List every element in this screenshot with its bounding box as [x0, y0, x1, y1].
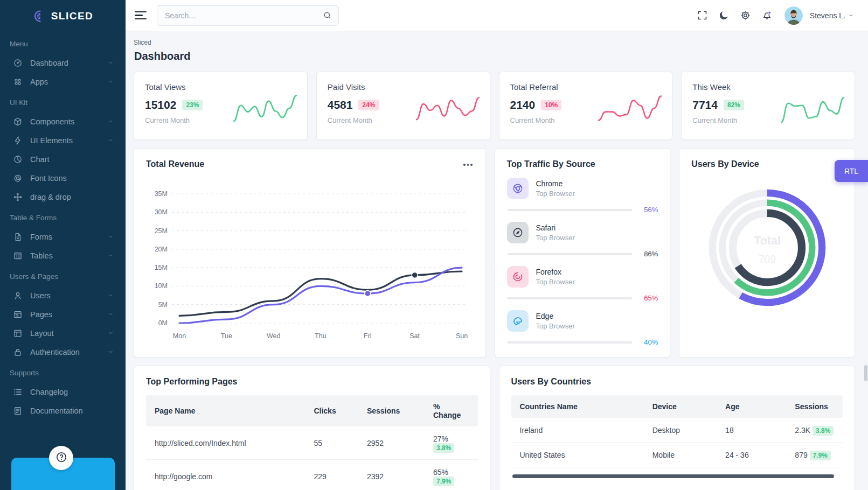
sidebar-section-supports: Supports — [0, 361, 126, 382]
traffic-source-name: Edge — [536, 312, 575, 320]
stat-sparkline-chart — [598, 86, 663, 129]
sidebar-item-users[interactable]: Users — [0, 286, 126, 305]
chevron-down-icon — [108, 349, 114, 355]
svg-text:Sat: Sat — [409, 332, 420, 340]
data-table: Page NameClicksSessions% Changehttp://sl… — [146, 395, 478, 490]
svg-text:20M: 20M — [155, 245, 168, 253]
svg-text:10M: 10M — [155, 282, 168, 290]
chevron-down-icon — [108, 253, 114, 258]
sidebar-item-forms[interactable]: Forms — [0, 227, 126, 246]
table-cell: 2.3K 3.8% — [786, 418, 843, 443]
sidebar-item-drag-drop[interactable]: drag & drop — [0, 187, 126, 206]
stat-change-badge: 10% — [541, 100, 561, 110]
rtl-toggle-button[interactable]: RTL — [835, 160, 868, 182]
user-avatar[interactable] — [784, 6, 803, 25]
chevron-down-icon — [108, 311, 114, 317]
table-row: IrelandDesktop182.3K 3.8% — [511, 418, 843, 443]
sidebar-item-apps[interactable]: Apps — [0, 72, 126, 91]
sidebar-section-table-forms: Table & Forms — [0, 206, 126, 227]
list-icon — [13, 387, 23, 397]
stat-sparkline-chart — [233, 86, 298, 129]
svg-text:Thu: Thu — [315, 332, 327, 340]
traffic-source-name: Chrome — [536, 179, 575, 188]
sidebar-item-label: Changelog — [30, 388, 68, 396]
app-name: SLICED — [51, 10, 94, 22]
svg-text:Mon: Mon — [173, 332, 186, 340]
sidebar-item-tables[interactable]: Tables — [0, 246, 126, 265]
sidebar-item-dashboard[interactable]: Dashboard — [0, 53, 126, 72]
countries-table-wrap: Countries NameDeviceAgeSessionsIrelandDe… — [511, 395, 843, 467]
sidebar-item-ui-elements[interactable]: UI Elements — [0, 131, 126, 150]
sidebar-nav: Menu Dashboard Apps UI Kit Components UI… — [0, 32, 126, 420]
countries-card-title: Users By Countries — [511, 377, 843, 387]
user-icon — [13, 291, 23, 300]
search-box — [157, 5, 339, 26]
table-cell: 65% 7.9% — [425, 460, 478, 490]
sidebar-item-layout[interactable]: Layout — [0, 324, 126, 342]
sidebar-item-chart[interactable]: Chart — [0, 150, 126, 169]
device-donut-chart: Total 709 — [691, 182, 843, 313]
doc-icon — [13, 406, 23, 416]
sidebar-item-label: Documentation — [30, 407, 83, 415]
table-cell: 27% 3.8% — [425, 426, 478, 460]
sidebar-item-authentication[interactable]: Authentication — [0, 342, 126, 361]
svg-text:30M: 30M — [155, 208, 168, 216]
svg-text:Sun: Sun — [456, 332, 468, 340]
svg-text:Wed: Wed — [267, 332, 281, 340]
horizontal-scrollbar[interactable] — [512, 474, 834, 478]
chevron-down-icon — [108, 330, 114, 336]
firefox-icon — [507, 266, 529, 288]
main-content: Sliced Dashboard Total Views 15102 23% C… — [126, 31, 868, 490]
traffic-source-sub: Top Browser — [536, 322, 575, 330]
sidebar-item-label: UI Elements — [30, 136, 73, 145]
svg-text:709: 709 — [759, 254, 776, 265]
table-row: http://google.com229239265% 7.9% — [146, 460, 478, 490]
svg-text:Fri: Fri — [364, 332, 372, 340]
svg-text:5M: 5M — [158, 300, 168, 308]
gear-icon[interactable] — [740, 10, 751, 21]
safari-icon — [507, 222, 529, 243]
fullscreen-icon[interactable] — [697, 10, 708, 21]
question-circle-icon — [55, 451, 67, 465]
traffic-source-sub: Top Browser — [536, 190, 575, 198]
table-cell: 18 — [717, 418, 786, 443]
sidebar-item-pages[interactable]: Pages — [0, 305, 126, 324]
table-header-device: Device — [644, 395, 717, 418]
traffic-progress-track — [507, 341, 633, 344]
sidebar-item-documentation[interactable]: Documentation — [0, 401, 126, 420]
bell-icon[interactable] — [761, 10, 773, 21]
pages-icon — [13, 310, 23, 319]
stat-change-badge: 23% — [182, 100, 203, 110]
moon-icon[interactable] — [718, 10, 730, 21]
traffic-source-forefox: Forefox Top Browser 65% — [507, 266, 658, 302]
traffic-pct-label: 56% — [638, 206, 658, 214]
traffic-source-edge: Edge Top Browser 40% — [507, 310, 658, 346]
ellipsis-icon[interactable] — [462, 159, 474, 170]
vertical-scrollbar-thumb[interactable] — [864, 365, 867, 381]
stat-card-this-week: This Week 7714 82% Current Month — [681, 72, 855, 140]
sidebar-item-label: Apps — [30, 78, 48, 86]
help-button[interactable] — [49, 446, 73, 470]
svg-text:25M: 25M — [155, 227, 168, 234]
traffic-source-name: Forefox — [536, 268, 575, 276]
sidebar-item-label: Pages — [30, 310, 52, 319]
sidebar-item-components[interactable]: Components — [0, 112, 126, 131]
device-card-title: Users By Device — [691, 159, 843, 169]
at-icon — [13, 173, 23, 183]
breadcrumb: Sliced — [134, 39, 855, 46]
search-input[interactable] — [157, 11, 323, 20]
stat-card-total-views: Total Views 15102 23% Current Month — [134, 72, 308, 140]
sidebar-item-label: Font Icons — [30, 174, 67, 183]
user-menu[interactable]: Stevens L. — [810, 11, 854, 20]
traffic-source-safari: Safari Top Browser 86% — [507, 222, 658, 258]
move-icon — [13, 192, 23, 202]
menu-toggle-button[interactable] — [135, 9, 147, 22]
search-icon[interactable] — [323, 11, 332, 20]
table-header-page-name: Page Name — [146, 395, 305, 426]
sidebar-item-font-icons[interactable]: Font Icons — [0, 169, 126, 187]
traffic-source-sub: Top Browser — [536, 278, 575, 286]
app-logo[interactable]: SLICED — [0, 0, 126, 31]
sidebar-item-changelog[interactable]: Changelog — [0, 382, 126, 401]
svg-text:Total: Total — [754, 234, 780, 247]
row-change-badge: 3.8% — [433, 443, 454, 453]
